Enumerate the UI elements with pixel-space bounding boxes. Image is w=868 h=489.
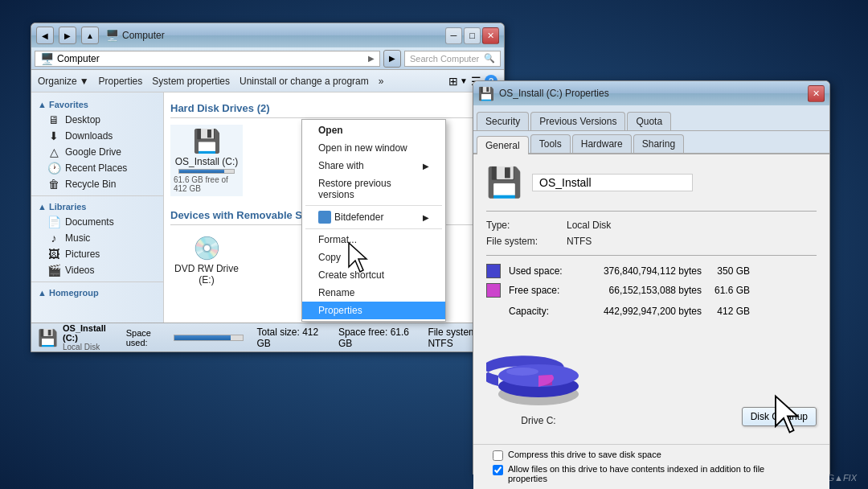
dvd-drive-item[interactable]: 💿 DVD RW Drive (E:) <box>170 232 243 289</box>
sidebar-item-recycle-bin[interactable]: 🗑 Recycle Bin <box>31 176 163 192</box>
forward-button[interactable]: ▶ <box>59 27 76 44</box>
organize-button[interactable]: Organize ▼ <box>38 76 89 87</box>
recycle-bin-icon: 🗑 <box>47 178 60 191</box>
index-checkbox[interactable] <box>493 465 503 475</box>
ctx-restore-versions[interactable]: Restore previous versions <box>302 175 445 203</box>
sidebar-item-videos[interactable]: 🎬 Videos <box>31 262 163 278</box>
bitdefender-icon <box>318 211 331 224</box>
more-button[interactable]: » <box>379 76 384 87</box>
videos-icon: 🎬 <box>47 264 60 277</box>
status-space-label: Space used: <box>126 328 169 347</box>
system-properties-button[interactable]: System properties <box>152 76 230 87</box>
ctx-properties[interactable]: Properties <box>302 302 445 319</box>
ctx-copy[interactable]: Copy <box>302 249 445 266</box>
ctx-format[interactable]: Format... <box>302 231 445 249</box>
title-bar-left: ◀ ▶ ▲ 🖥️ Computer <box>36 27 165 44</box>
uninstall-button[interactable]: Uninstall or change a program <box>240 76 369 87</box>
pie-chart-container: Drive C: <box>486 331 591 426</box>
go-button[interactable]: ▶ <box>383 50 401 68</box>
downloads-icon: ⬇ <box>47 129 60 142</box>
ctx-share-with[interactable]: Share with ▶ <box>302 157 445 175</box>
pie-chart <box>486 331 591 412</box>
prop-fs-value: NTFS <box>567 236 592 247</box>
maximize-button[interactable]: □ <box>464 27 481 44</box>
prop-type-label: Type: <box>486 220 567 231</box>
prop-content: 💾 OS_Install Type: Local Disk File syste… <box>473 154 829 444</box>
context-menu: Open Open in new window Share with ▶ Res… <box>301 119 446 322</box>
ctx-rename[interactable]: Rename <box>302 284 445 302</box>
disk-cleanup-button[interactable]: Disk Cleanup <box>742 407 817 426</box>
drive-item-c[interactable]: 💾 OS_Install (C:) 61.6 GB free of 412 GB <box>170 125 243 196</box>
tab-quota[interactable]: Quota <box>627 112 671 130</box>
properties-button[interactable]: Properties <box>99 76 143 87</box>
sidebar-item-pictures[interactable]: 🖼 Pictures <box>31 246 163 262</box>
up-button[interactable]: ▲ <box>81 27 99 44</box>
drive-c-size: 61.6 GB free of 412 GB <box>174 175 240 193</box>
pie-area: Drive C: Disk Cleanup <box>486 325 817 433</box>
status-local-disk: Local Disk <box>63 343 113 351</box>
used-size: 350 GB <box>710 265 750 277</box>
tab-tools[interactable]: Tools <box>530 134 571 153</box>
pictures-icon: 🖼 <box>47 248 60 261</box>
prop-type-row: Type: Local Disk <box>486 220 817 231</box>
sidebar-item-google-drive[interactable]: △ Google Drive <box>31 144 163 160</box>
prop-fs-label: File system: <box>486 236 567 247</box>
prop-drive-header: 💾 OS_Install <box>486 166 817 199</box>
tab-row-1: Security Previous Versions Quota <box>473 105 829 131</box>
ctx-bitdefender[interactable]: Bitdefender ▶ <box>302 208 445 227</box>
back-button[interactable]: ◀ <box>36 27 54 44</box>
tab-hardware[interactable]: Hardware <box>572 134 632 153</box>
tab-general[interactable]: General <box>477 136 529 154</box>
ctx-create-shortcut[interactable]: Create shortcut <box>302 266 445 284</box>
search-field[interactable]: Search Computer 🔍 <box>404 51 501 67</box>
prop-close-button[interactable]: ✕ <box>808 85 825 102</box>
free-label: Free space: <box>509 285 573 296</box>
close-button[interactable]: ✕ <box>482 27 499 44</box>
dvd-icon: 💿 <box>193 235 221 261</box>
tab-previous-versions[interactable]: Previous Versions <box>530 112 625 130</box>
prop-checkboxes: Compress this drive to save disk space A… <box>473 444 829 489</box>
status-free: Space free: 61.6 GB <box>338 327 415 349</box>
sidebar-item-documents[interactable]: 📄 Documents <box>31 214 163 230</box>
used-space-row: Used space: 376,840,794,112 bytes 350 GB <box>486 264 817 278</box>
prop-title-bar: 💾 OS_Install (C:) Properties ✕ <box>473 81 829 105</box>
dvd-drive-label: DVD RW Drive (E:) <box>174 263 240 286</box>
prop-drive-name[interactable]: OS_Install <box>532 174 693 191</box>
address-field[interactable]: 🖥️ Computer ▶ <box>35 51 380 67</box>
explorer-title: Computer <box>122 30 165 41</box>
capacity-size: 412 GB <box>710 306 750 317</box>
view-icon[interactable]: ⊞ ▼ <box>448 75 468 88</box>
ctx-open-new-window[interactable]: Open in new window <box>302 139 445 157</box>
ctx-separator-2 <box>305 228 442 229</box>
compress-checkbox[interactable] <box>493 450 503 461</box>
free-size: 61.6 GB <box>710 285 750 296</box>
sidebar-libraries-header[interactable]: ▲ Libraries <box>31 199 163 214</box>
status-total: Total size: 412 GB <box>256 327 325 349</box>
sidebar-item-music[interactable]: ♪ Music <box>31 230 163 246</box>
sidebar-homegroup-header[interactable]: ▲ Homegroup <box>31 286 163 300</box>
status-drive-icon: 💾 <box>38 328 58 347</box>
prop-fs-row: File system: NTFS <box>486 236 817 247</box>
prop-sep-2 <box>486 255 817 256</box>
capacity-row: Capacity: 442,992,947,200 bytes 412 GB <box>486 306 817 317</box>
sidebar-item-recent-places[interactable]: 🕐 Recent Places <box>31 160 163 176</box>
used-color-box <box>486 264 501 278</box>
ctx-separator-1 <box>305 205 442 206</box>
minimize-button[interactable]: ─ <box>445 27 462 44</box>
tab-sharing[interactable]: Sharing <box>633 134 684 153</box>
explorer-title-bar: ◀ ▶ ▲ 🖥️ Computer ─ □ ✕ <box>31 23 504 47</box>
disk-legend: Used space: 376,840,794,112 bytes 350 GB… <box>486 264 817 298</box>
sidebar: ▲ Favorites 🖥 Desktop ⬇ Downloads △ Goog… <box>31 92 164 323</box>
drive-c-icon: 💾 <box>193 128 221 154</box>
tab-security[interactable]: Security <box>477 112 529 130</box>
sidebar-item-desktop[interactable]: 🖥 Desktop <box>31 112 163 128</box>
sidebar-favorites-header[interactable]: ▲ Favorites <box>31 97 163 112</box>
address-bar: 🖥️ Computer ▶ ▶ Search Computer 🔍 <box>31 47 504 70</box>
ctx-open[interactable]: Open <box>302 121 445 139</box>
sidebar-section-favorites: ▲ Favorites 🖥 Desktop ⬇ Downloads △ Goog… <box>31 97 163 192</box>
prop-title-text: OS_Install (C:) Properties <box>499 88 609 99</box>
properties-window: 💾 OS_Install (C:) Properties ✕ Security … <box>473 80 830 475</box>
free-space-row: Free space: 66,152,153,088 bytes 61.6 GB <box>486 283 817 298</box>
status-bar-used <box>174 335 231 340</box>
sidebar-item-downloads[interactable]: ⬇ Downloads <box>31 128 163 144</box>
